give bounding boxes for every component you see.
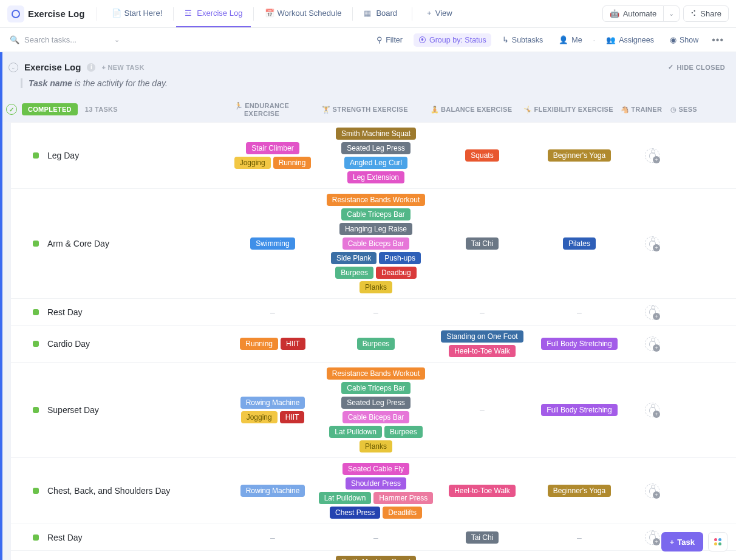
tag[interactable]: Hanging Leg Raise: [339, 223, 412, 235]
task-name[interactable]: Rest Day: [47, 533, 227, 542]
tab-start-here-[interactable]: 📄Start Here!: [103, 0, 171, 27]
tag[interactable]: Full Body Stretching: [541, 338, 617, 350]
tag[interactable]: Chest Press: [330, 507, 380, 519]
col-balance[interactable]: 🧘BALANCE EXERCISE: [423, 106, 520, 114]
tag[interactable]: Lat Pulldown: [329, 426, 382, 438]
tag[interactable]: Standing on One Foot: [441, 330, 523, 343]
table-row[interactable]: Leg Day Stair ClimberJoggingRunning Smit…: [11, 122, 736, 188]
tag[interactable]: Hammer Press: [373, 492, 433, 504]
tag[interactable]: Swimming: [250, 237, 295, 250]
col-strength[interactable]: 🏋STRENGTH EXERCISE: [307, 106, 423, 114]
tab-exercise-log[interactable]: ☲Exercise Log: [176, 0, 251, 27]
create-task-button[interactable]: +Task: [661, 532, 703, 551]
tag[interactable]: Planks: [359, 440, 392, 452]
tag[interactable]: Full Body Stretching: [541, 404, 617, 416]
table-row[interactable]: Chest, Back, and Shoulders Day Rowing Ma…: [11, 457, 736, 524]
new-task-button[interactable]: + NEW TASK: [101, 64, 144, 71]
add-assignee-button[interactable]: [645, 403, 659, 417]
hide-closed-button[interactable]: ✓HIDE CLOSED: [668, 63, 725, 71]
tag[interactable]: Burpees: [357, 338, 395, 350]
tag[interactable]: Cable Triceps Bar: [341, 382, 410, 394]
tag[interactable]: Squats: [465, 149, 499, 162]
tag[interactable]: Running: [240, 338, 278, 350]
tag[interactable]: Lat Pulldown: [319, 492, 372, 504]
status-square[interactable]: [33, 407, 39, 413]
tag[interactable]: Cable Triceps Bar: [341, 208, 410, 220]
tag[interactable]: Seated Leg Press: [341, 397, 410, 409]
add-view-button[interactable]: + View: [418, 0, 461, 27]
tab-workout-schedule[interactable]: 📅Workout Schedule: [256, 0, 350, 27]
add-assignee-button[interactable]: [645, 483, 659, 498]
tag[interactable]: Cable Biceps Bar: [342, 237, 410, 250]
tag[interactable]: Stair Climber: [246, 142, 299, 154]
col-flexibility[interactable]: 🤸FLEXIBILITY EXERCISE: [520, 106, 617, 114]
tag[interactable]: Heel-to-Toe Walk: [449, 345, 516, 357]
tag[interactable]: Shoulder Press: [346, 477, 406, 490]
status-group-pill[interactable]: COMPLETED: [22, 103, 78, 115]
more-menu[interactable]: •••: [709, 35, 726, 46]
tag[interactable]: Seated Leg Press: [341, 142, 410, 154]
tag[interactable]: Side Plank: [331, 252, 377, 264]
apps-button[interactable]: [708, 532, 727, 551]
tag[interactable]: Burpees: [384, 426, 423, 438]
tag[interactable]: Tai Chi: [466, 237, 499, 250]
table-row[interactable]: Superset Day Rowing MachineJoggingHIIT R…: [11, 362, 736, 457]
share-button[interactable]: ⠪ Share: [683, 5, 729, 22]
task-name[interactable]: Superset Day: [47, 405, 227, 415]
tag[interactable]: Push-ups: [379, 252, 421, 264]
table-row[interactable]: Cardio Day RunningHIIT Burpees Standing …: [11, 325, 736, 362]
subtasks-button[interactable]: ↳Subtasks: [497, 33, 548, 47]
tag[interactable]: Resistance Bands Workout: [327, 367, 426, 380]
tag[interactable]: Tai Chi: [466, 531, 499, 544]
status-square[interactable]: [33, 341, 39, 347]
add-assignee-button[interactable]: [645, 305, 659, 319]
tag[interactable]: Beginner's Yoga: [548, 485, 611, 497]
add-assignee-button[interactable]: [645, 148, 659, 163]
task-name[interactable]: Cardio Day: [47, 339, 227, 349]
status-square[interactable]: [33, 152, 39, 159]
tag[interactable]: Cable Biceps Bar: [342, 411, 410, 423]
tag[interactable]: Beginner's Yoga: [548, 149, 611, 162]
tag[interactable]: Jogging: [234, 157, 271, 169]
table-row[interactable]: Stair Climber Smith Machine SquatSeated …: [11, 550, 736, 560]
add-assignee-button[interactable]: [645, 236, 659, 251]
col-endurance[interactable]: 🏃ENDURANCE EXERCISE: [216, 102, 307, 117]
info-icon[interactable]: i: [87, 63, 95, 72]
task-name[interactable]: Chest, Back, and Shoulders Day: [47, 486, 227, 496]
workspace-logo[interactable]: [7, 5, 24, 22]
tag[interactable]: Heel-to-Toe Walk: [449, 485, 516, 497]
collapse-toggle[interactable]: ⌄: [9, 63, 18, 72]
tag[interactable]: Deadbug: [376, 267, 417, 279]
tag[interactable]: Rowing Machine: [240, 397, 305, 409]
assignees-button[interactable]: 👥Assignees: [601, 33, 659, 47]
status-square[interactable]: [33, 309, 39, 315]
automate-button[interactable]: 🤖 Automate: [602, 5, 664, 22]
tag[interactable]: Resistance Bands Workout: [327, 194, 426, 206]
col-trainer[interactable]: 🐴TRAINER: [617, 106, 666, 114]
table-row[interactable]: Rest Day – – – –: [11, 298, 736, 325]
tag[interactable]: Running: [273, 157, 312, 169]
status-check-icon[interactable]: ✓: [6, 104, 17, 115]
chevron-down-icon[interactable]: ⌄: [114, 36, 120, 44]
task-name[interactable]: Rest Day: [47, 307, 227, 317]
add-assignee-button[interactable]: [645, 530, 659, 545]
status-square[interactable]: [33, 241, 39, 247]
tag[interactable]: Deadlifts: [383, 507, 422, 519]
filter-button[interactable]: ⚲Filter: [372, 33, 407, 47]
tag[interactable]: Rowing Machine: [240, 485, 305, 497]
task-name[interactable]: Arm & Core Day: [47, 239, 227, 248]
show-button[interactable]: ◉Show: [665, 33, 703, 47]
tag[interactable]: Burpees: [335, 267, 373, 279]
tag[interactable]: Smith Machine Squat: [336, 556, 416, 560]
tag[interactable]: HIIT: [280, 411, 305, 423]
table-row[interactable]: Arm & Core Day Swimming Resistance Bands…: [11, 188, 736, 298]
tag[interactable]: Pilates: [563, 237, 596, 250]
automate-dropdown[interactable]: ⌄: [663, 5, 680, 22]
add-assignee-button[interactable]: [645, 336, 659, 351]
tab-board[interactable]: ▦Board: [355, 0, 406, 27]
tag[interactable]: Jogging: [241, 411, 278, 423]
group-by-button[interactable]: ⦿Group by: Status: [414, 33, 491, 47]
tag[interactable]: Leg Extension: [347, 171, 404, 183]
search-input[interactable]: [24, 35, 109, 44]
me-button[interactable]: 👤Me: [554, 33, 587, 47]
